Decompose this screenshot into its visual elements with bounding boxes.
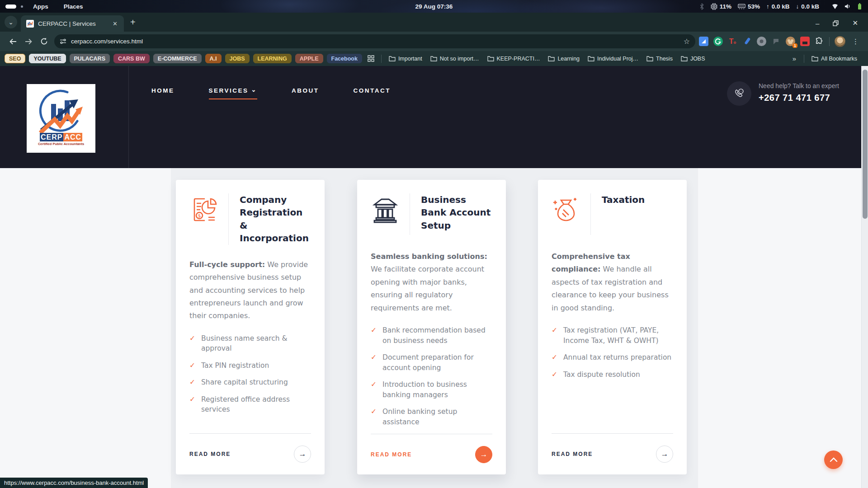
all-bookmarks-button[interactable]: All Bookmarks [809, 56, 863, 62]
bookmarks-bar: SEO YOUTUBE PULACARS CARS BW E-COMMERCE … [0, 51, 868, 66]
site-logo[interactable]: CERPACC Certified Public Accountants [27, 84, 95, 153]
bookmark-group-facebook[interactable]: Facebook [327, 54, 362, 63]
download-arrow-icon: ↓ [796, 3, 799, 10]
read-more-link[interactable]: READ MORE [189, 451, 231, 457]
folder-icon [588, 56, 594, 61]
bank-icon [371, 195, 400, 224]
list-item: ✓Share capital structuring [189, 377, 311, 387]
read-more-arrow-button[interactable]: → [656, 446, 673, 463]
browser-menu-button[interactable]: ⋮ [850, 38, 861, 46]
extensions-puzzle-icon[interactable] [815, 37, 824, 46]
bookmark-folder-not-so-important[interactable]: Not so import… [428, 56, 481, 62]
ext-dark-icon[interactable] [771, 37, 781, 46]
tab-cerpacc-services[interactable]: CERPACC | Services ✕ [21, 15, 124, 32]
document-piechart-icon: $ [189, 195, 218, 224]
address-bar[interactable]: cerpacc.com/services.html ☆ [54, 34, 695, 48]
window-restore-button[interactable] [833, 20, 839, 26]
network-icon[interactable] [832, 4, 838, 9]
ext-monkey-icon[interactable]: 1 [786, 37, 795, 46]
bookmark-folder-learning[interactable]: Learning [546, 56, 582, 62]
card-title: Company Registration & Incorporation [228, 193, 311, 245]
window-minimize-button[interactable]: – [816, 19, 819, 27]
read-more-link[interactable]: READ MORE [371, 451, 412, 458]
bookmark-group-ecommerce[interactable]: E-COMMERCE [153, 54, 202, 63]
read-more-link[interactable]: READ MORE [552, 451, 593, 457]
memory-icon [738, 3, 745, 9]
card-feature-list: ✓Bank recommendation based on business n… [371, 325, 492, 434]
check-icon: ✓ [189, 377, 195, 387]
list-item: ✓Registered office address services [189, 394, 311, 415]
folder-icon [389, 56, 396, 61]
bookmark-folder-thesis[interactable]: Thesis [644, 56, 675, 62]
new-tab-button[interactable]: + [130, 17, 136, 28]
bookmark-group-seo[interactable]: SEO [5, 54, 25, 63]
net-upload-indicator[interactable]: ↑0.0 kB [766, 3, 790, 10]
card-divider [371, 434, 492, 434]
ext-blue-pen-icon[interactable] [742, 37, 752, 46]
bookmark-star-icon[interactable]: ☆ [684, 37, 690, 46]
list-item: ✓Business name search & approval [189, 333, 311, 354]
check-icon: ✓ [189, 333, 195, 354]
page-scrollbar[interactable] [861, 66, 868, 488]
back-button[interactable] [5, 34, 21, 49]
cpu-icon [711, 3, 717, 10]
bookmark-group-cars-bw[interactable]: CARS BW [113, 54, 150, 63]
tab-groups-grid-icon[interactable] [368, 55, 374, 62]
bookmark-group-jobs[interactable]: JOBS [225, 54, 250, 63]
bookmark-folder-jobs[interactable]: JOBS [679, 56, 708, 62]
phone-number[interactable]: +267 71 471 677 [759, 93, 839, 103]
link-status-tooltip: https://www.cerpacc.com/business-bank-ac… [0, 478, 148, 488]
reload-button[interactable] [36, 34, 52, 49]
profile-avatar[interactable] [835, 36, 845, 47]
nav-home[interactable]: HOME [151, 87, 175, 94]
bookmark-group-learning[interactable]: LEARNING [253, 54, 292, 63]
nav-services[interactable]: SERVICES⌄ [209, 87, 257, 94]
volume-icon[interactable] [844, 3, 851, 9]
chevron-down-icon: ⌄ [251, 86, 257, 93]
bookmark-folder-keep-practi[interactable]: KEEP-PRACTI… [485, 56, 542, 62]
help-label: Need help? Talk to an expert [759, 82, 839, 89]
bookmarks-overflow-button[interactable]: » [790, 55, 799, 62]
site-settings-icon[interactable] [60, 38, 66, 44]
scrollbar-thumb[interactable] [863, 70, 868, 219]
nav-contact[interactable]: CONTACT [353, 87, 391, 94]
service-card-business-bank-account: Business Bank Account Setup Seamless ban… [357, 180, 506, 474]
folder-icon [487, 56, 494, 61]
nav-about[interactable]: ABOUT [292, 87, 319, 94]
bluetooth-icon[interactable] [699, 3, 704, 10]
folder-icon [811, 56, 818, 61]
read-more-arrow-button[interactable]: → [475, 446, 492, 463]
ext-badge: 1 [793, 43, 797, 48]
memory-indicator[interactable]: 53% [738, 3, 760, 10]
forward-button[interactable] [21, 34, 36, 49]
read-more-arrow-button[interactable]: → [294, 446, 311, 463]
list-item: ✓Introduction to business banking manage… [371, 380, 492, 400]
ext-red-square-icon[interactable] [800, 37, 810, 46]
check-icon: ✓ [371, 407, 377, 427]
card-feature-list: ✓Business name search & approval ✓Tax PI… [189, 333, 311, 422]
battery-icon[interactable] [858, 3, 862, 10]
card-description: Seamless banking solutions: We facilitat… [371, 250, 492, 314]
tab-close-icon[interactable]: ✕ [111, 19, 119, 28]
ext-blue-icon[interactable] [699, 37, 708, 46]
check-icon: ✓ [189, 394, 195, 415]
bookmarks-divider [804, 55, 804, 63]
url-text[interactable]: cerpacc.com/services.html [71, 38, 679, 45]
list-item: ✓Bank recommendation based on business n… [371, 325, 492, 346]
bookmark-group-ai[interactable]: A.I [205, 54, 222, 63]
scroll-to-top-button[interactable] [824, 450, 843, 469]
tab-search-button[interactable]: ⌄ [5, 16, 17, 28]
bookmark-folder-important[interactable]: Important [387, 56, 425, 62]
cpu-indicator[interactable]: 11% [711, 3, 731, 10]
window-close-button[interactable]: ✕ [852, 19, 858, 27]
bookmark-group-apple[interactable]: APPLE [295, 54, 323, 63]
bookmark-group-youtube[interactable]: YOUTUBE [29, 54, 66, 63]
ext-gray-icon[interactable] [757, 37, 766, 46]
main-navigation: HOME SERVICES⌄ ABOUT CONTACT [151, 87, 391, 94]
folder-icon [681, 56, 688, 61]
net-download-indicator[interactable]: ↓0.0 kB [796, 3, 819, 10]
bookmark-group-pulacars[interactable]: PULACARS [70, 54, 110, 63]
ext-red-t-icon[interactable]: To [728, 37, 737, 46]
ext-grammarly-icon[interactable] [713, 37, 723, 46]
bookmark-folder-individual-proj[interactable]: Individual Proj… [585, 56, 641, 62]
